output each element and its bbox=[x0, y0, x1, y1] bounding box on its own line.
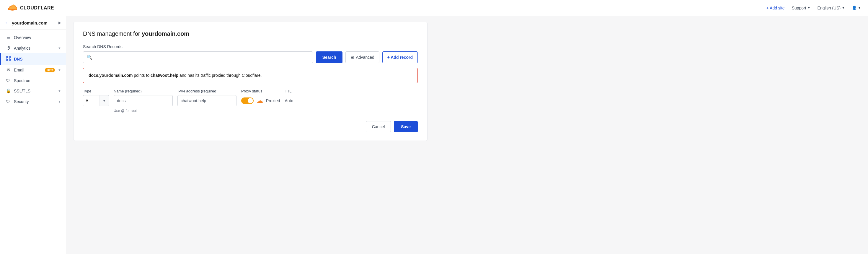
sidebar-item-email[interactable]: ✉ Email Beta ▼ bbox=[0, 65, 66, 75]
search-input-wrap[interactable]: 🔍 bbox=[83, 52, 313, 63]
support-button[interactable]: Support ▼ bbox=[792, 6, 810, 10]
spectrum-icon: 🛡 bbox=[6, 78, 11, 83]
main-layout: ← yourdomain.com ▶ ☰ Overview ⏱ Analytic… bbox=[0, 16, 868, 254]
svg-point-9 bbox=[9, 56, 11, 58]
search-section-label: Search DNS Records bbox=[83, 44, 418, 49]
alert-target: chatwoot.help bbox=[151, 73, 178, 78]
dns-form-row: Type ▼ Name (required) Use @ for root IP… bbox=[83, 89, 418, 113]
logo[interactable]: CLOUDFLARE bbox=[7, 3, 54, 13]
logo-text: CLOUDFLARE bbox=[20, 5, 54, 11]
sidebar-item-security[interactable]: 🛡 Security ▼ bbox=[0, 96, 66, 107]
add-record-button[interactable]: + Add record bbox=[382, 52, 418, 63]
svg-point-11 bbox=[9, 59, 11, 61]
alert-row: docs.yourdomain.com points to chatwoot.h… bbox=[83, 68, 418, 83]
email-beta-badge: Beta bbox=[45, 68, 55, 72]
proxy-control: ☁ Proxied bbox=[241, 95, 280, 106]
email-icon: ✉ bbox=[6, 67, 11, 73]
user-menu-button[interactable]: 👤 ▼ bbox=[852, 6, 861, 10]
sidebar-domain-header[interactable]: ← yourdomain.com ▶ bbox=[0, 16, 66, 30]
search-icon: 🔍 bbox=[87, 55, 92, 60]
analytics-icon: ⏱ bbox=[6, 45, 11, 51]
type-group: Type ▼ bbox=[83, 89, 109, 106]
email-chevron-icon: ▼ bbox=[58, 68, 61, 72]
security-chevron-icon: ▼ bbox=[58, 100, 61, 103]
sidebar-item-overview[interactable]: ☰ Overview bbox=[0, 32, 66, 43]
dns-icon bbox=[6, 56, 11, 62]
type-dropdown-button[interactable]: ▼ bbox=[99, 95, 109, 106]
language-chevron-icon: ▼ bbox=[842, 6, 845, 9]
name-hint: Use @ for root bbox=[114, 109, 173, 113]
name-input[interactable] bbox=[114, 95, 173, 106]
sidebar-item-label: DNS bbox=[14, 57, 61, 61]
alert-domain: docs.yourdomain.com bbox=[89, 73, 132, 78]
sidebar-item-label: Analytics bbox=[14, 46, 55, 51]
search-input[interactable] bbox=[94, 55, 309, 60]
top-nav: CLOUDFLARE + Add site Support ▼ English … bbox=[0, 0, 868, 16]
alert-suffix: and has its traffic proxied through Clou… bbox=[180, 73, 261, 78]
sidebar-item-label: Security bbox=[14, 99, 55, 104]
name-group: Name (required) Use @ for root bbox=[114, 89, 173, 113]
proxy-cloud-icon: ☁ bbox=[256, 97, 263, 104]
domain-name: yourdomain.com bbox=[12, 20, 56, 25]
user-icon: 👤 bbox=[852, 6, 857, 10]
page-title: DNS management for yourdomain.com bbox=[83, 30, 418, 37]
ipv4-group: IPv4 address (required) bbox=[178, 89, 237, 106]
svg-point-8 bbox=[6, 56, 8, 58]
support-chevron-icon: ▼ bbox=[807, 6, 810, 9]
svg-point-10 bbox=[6, 59, 8, 61]
sidebar-item-label: Spectrum bbox=[14, 78, 61, 83]
overview-icon: ☰ bbox=[6, 35, 11, 40]
advanced-button[interactable]: ⊞ Advanced bbox=[345, 52, 379, 63]
proxy-label: Proxy status bbox=[241, 89, 280, 93]
proxy-toggle[interactable] bbox=[241, 97, 254, 104]
ssltls-icon: 🔒 bbox=[6, 88, 11, 94]
ipv4-label: IPv4 address (required) bbox=[178, 89, 237, 93]
name-label: Name (required) bbox=[114, 89, 173, 93]
sidebar-item-analytics[interactable]: ⏱ Analytics ▼ bbox=[0, 43, 66, 53]
proxy-status-label: Proxied bbox=[266, 98, 280, 103]
ttl-label: TTL bbox=[285, 89, 293, 93]
svg-point-7 bbox=[14, 7, 17, 9]
add-site-button[interactable]: + Add site bbox=[767, 6, 785, 10]
ttl-group: TTL Auto bbox=[285, 89, 293, 106]
dns-card: DNS management for yourdomain.com Search… bbox=[73, 22, 428, 141]
type-input[interactable] bbox=[83, 95, 99, 106]
search-button[interactable]: Search bbox=[316, 52, 343, 63]
sidebar-item-dns[interactable]: DNS bbox=[0, 53, 66, 65]
content-area: DNS management for yourdomain.com Search… bbox=[66, 16, 868, 254]
search-row: 🔍 Search ⊞ Advanced + Add record bbox=[83, 52, 418, 63]
sidebar-item-label: Overview bbox=[14, 35, 61, 40]
advanced-icon: ⊞ bbox=[350, 55, 354, 60]
ipv4-input[interactable] bbox=[178, 95, 237, 106]
type-select-wrap: ▼ bbox=[83, 95, 109, 106]
ssltls-chevron-icon: ▼ bbox=[58, 89, 61, 93]
sidebar-item-label: SSL/TLS bbox=[14, 89, 55, 93]
cancel-button[interactable]: Cancel bbox=[366, 121, 391, 132]
sidebar-item-ssltls[interactable]: 🔒 SSL/TLS ▼ bbox=[0, 86, 66, 96]
ttl-value: Auto bbox=[285, 95, 293, 106]
domain-expand-icon: ▶ bbox=[58, 21, 61, 25]
action-row: Cancel Save bbox=[83, 121, 418, 132]
type-label: Type bbox=[83, 89, 109, 93]
sidebar: ← yourdomain.com ▶ ☰ Overview ⏱ Analytic… bbox=[0, 16, 66, 254]
sidebar-nav: ☰ Overview ⏱ Analytics ▼ bbox=[0, 30, 66, 109]
language-button[interactable]: English (US) ▼ bbox=[817, 6, 845, 10]
save-button[interactable]: Save bbox=[394, 121, 418, 132]
back-arrow-icon[interactable]: ← bbox=[5, 20, 9, 25]
alert-points-to: points to bbox=[134, 73, 151, 78]
sidebar-item-label: Email bbox=[14, 68, 42, 72]
security-icon: 🛡 bbox=[6, 99, 11, 104]
sidebar-item-spectrum[interactable]: 🛡 Spectrum bbox=[0, 75, 66, 86]
user-chevron-icon: ▼ bbox=[858, 6, 861, 9]
proxy-group: Proxy status ☁ Proxied bbox=[241, 89, 280, 106]
analytics-chevron-icon: ▼ bbox=[58, 46, 61, 50]
